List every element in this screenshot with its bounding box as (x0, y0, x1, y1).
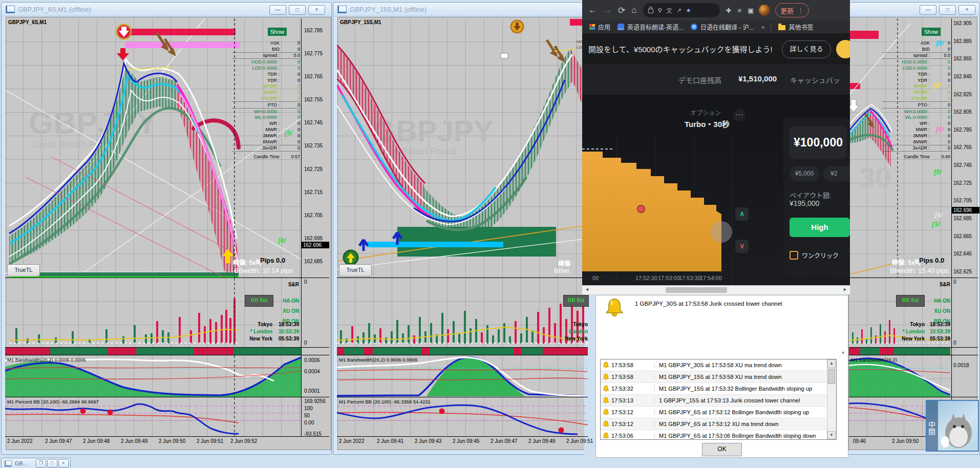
mini-maximize-button[interactable]: □ (47, 459, 57, 467)
alert-list[interactable]: 17:53:58 M1 GBPJPY_30S at 17:53:58 XU ma… (600, 359, 837, 440)
reload-icon[interactable]: ⟳ (618, 5, 625, 16)
alert-scroll-chevron[interactable]: ▾ (842, 350, 844, 355)
win1-ha-on: HA ON (246, 298, 299, 304)
alert-list-row[interactable]: 17:53:12 M1 GBPJPY_6S at 17:53:12 Bollin… (601, 407, 827, 418)
alert-list-row[interactable]: 17:53:12 M1 GBPJPY_6S at 17:53:12 XU ma … (601, 418, 827, 430)
playlist-icon[interactable]: ≡ (737, 7, 741, 14)
win2-main-chart[interactable]: GBPJPY Great Britain Pound (337, 18, 588, 278)
win1-show-button[interactable]: Show (268, 28, 287, 36)
win4-show-button[interactable]: Show (922, 28, 941, 36)
quick-amount-5000[interactable]: ¥5,000 (790, 166, 819, 181)
back-icon[interactable]: ← (588, 5, 597, 15)
info-row: WL:0.0000 :0 (232, 115, 300, 121)
banner-cta-button[interactable]: 詳しく見る (782, 40, 831, 58)
mini-close-button[interactable]: × (58, 459, 69, 467)
bookmark-apps[interactable]: 应用 (589, 23, 610, 31)
high-button[interactable]: High (790, 218, 850, 237)
sticker-caption: 中間 (927, 401, 938, 451)
chart-icon (337, 6, 347, 13)
option-label: オプション (690, 108, 721, 117)
win1-truetl-button[interactable]: TrueTL (7, 264, 40, 276)
win4-close-button[interactable]: × (958, 5, 975, 15)
win4-titlebar[interactable]: — □ × (845, 3, 979, 16)
support-bubble[interactable] (836, 40, 850, 58)
scroll-down-arrow[interactable]: ▼ (827, 431, 836, 439)
desktop: GBPJPY_6S,M1 (offline) — □ × GBPJPY_6S,M… (0, 0, 980, 468)
entry-marker (637, 205, 645, 212)
price-tick: 162.725 (953, 180, 978, 186)
win1-minimize-button[interactable]: — (269, 5, 286, 15)
win1-trend-strip (5, 348, 301, 355)
key-icon[interactable]: ⚲ (658, 7, 662, 14)
scroll-thumb[interactable] (828, 369, 835, 384)
amount-down-button[interactable]: ∨ (735, 240, 749, 253)
alert-list-scrollbar[interactable]: ▲ ▼ (827, 359, 836, 439)
other-bookmarks[interactable]: 其他书签 (778, 23, 813, 31)
quick-amount-2[interactable]: ¥2 (823, 166, 850, 181)
scroll-right-arrow[interactable]: ► (843, 287, 847, 292)
win1-close-button[interactable]: × (308, 5, 325, 15)
ok-button[interactable]: OK (702, 443, 742, 456)
alert-time: 17:53:12 (609, 421, 654, 427)
alert-list-row[interactable]: 17:53:58 M1 GBPJPY_30S at 17:53:58 XU ma… (601, 359, 827, 371)
forward-icon[interactable]: → (603, 5, 612, 15)
alert-bell-icon (605, 297, 624, 318)
bookmark-1[interactable]: 英语音标朗读-英语... (617, 23, 684, 31)
win4-london-time: 10:53:39 (927, 329, 950, 334)
bell-icon (603, 432, 609, 439)
trade-amount[interactable]: ¥100,000 (790, 126, 847, 159)
scroll-left-arrow[interactable]: ◄ (585, 287, 589, 292)
price-tick: 162.905 (953, 20, 978, 26)
minimized-window-title: GB... (15, 460, 35, 466)
win4-marker-7: [7/ (933, 82, 941, 90)
scroll-up-arrow[interactable]: ▲ (827, 359, 836, 368)
cashback-label: キャッシュバッ (790, 75, 849, 85)
info-row: BID0 (883, 46, 950, 53)
win4-restore-button[interactable]: □ (939, 5, 956, 15)
win4-marker-3: [3/ (932, 220, 940, 228)
win4-minimize-button[interactable]: — (920, 5, 936, 15)
win4-sr-label: S&R (897, 282, 950, 287)
info-row: WH:0.0000 :0 (883, 109, 950, 115)
option-menu-dots[interactable]: ⋯ (733, 109, 745, 121)
menu-dots-icon[interactable]: ⋮ (797, 7, 804, 14)
profile-avatar[interactable] (759, 5, 770, 16)
bookmarks-overflow-chevron[interactable]: » (761, 24, 765, 31)
scroll-thumb[interactable] (666, 287, 727, 293)
price-tick: 162.705 (304, 212, 329, 218)
alert-list-row[interactable]: 17:53:06 M1 GBPJPY_6S at 17:53:06 Bollin… (601, 430, 827, 440)
current-price-handle[interactable] (711, 221, 732, 243)
extensions-puzzle-icon[interactable]: ✚ (726, 7, 732, 14)
browser-horizontal-scrollbar[interactable]: ◄ ► (582, 285, 850, 294)
win2-truetl-button[interactable]: TrueTL (339, 264, 372, 276)
price-tick: 162.885 (953, 38, 978, 44)
alert-list-row[interactable]: 17:53:13 1 GBPJPY_15S at 17:53:13 Jurik … (601, 395, 827, 407)
price-area-chart[interactable] (582, 133, 778, 286)
mini-restore-button[interactable]: ❐ (36, 459, 46, 467)
win1-restore-button[interactable]: □ (289, 5, 306, 15)
account-bar: デモ口座残高 ¥1,510,000 キャッシュバッ (582, 65, 850, 95)
share-icon[interactable]: ↗ (677, 7, 681, 14)
minimized-window[interactable]: GB... ❐ □ × (1, 458, 71, 468)
alert-list-row[interactable]: 17:53:58 M1 GBPJPY_15S at 17:53:58 XU ma… (601, 371, 827, 383)
bookmark-2[interactable]: D日语在线翻译 - 沪... (691, 23, 754, 31)
price-tick: 162.715 (304, 189, 329, 195)
promo-banner: 開設をして、¥5000のキャッシュバックを獲得しよう! 詳しく見る (582, 33, 850, 65)
info-row: ASK0 (232, 40, 300, 46)
translate-icon[interactable]: 文 (667, 6, 672, 14)
update-button[interactable]: 更新 ⋮ (775, 3, 809, 17)
home-icon[interactable]: ⌂ (631, 5, 636, 15)
reading-list-icon[interactable]: ▣ (748, 7, 754, 14)
win1-london-label: * London (215, 329, 272, 334)
win1-tokyo-label: Tokyo (215, 322, 272, 327)
win1-pbb-scale-0: 169.9256 (304, 398, 326, 404)
address-bar[interactable]: ⚲ 文 ↗ ★ (643, 3, 720, 17)
win2-titlebar[interactable]: GBPJPY_15S,M1 (offline) (333, 3, 584, 16)
win1-titlebar[interactable]: GBPJPY_6S,M1 (offline) — □ × (2, 3, 331, 16)
amount-up-button[interactable]: ∧ (735, 207, 749, 221)
price-tick: 162.805 (953, 109, 978, 115)
alert-list-row[interactable]: 17:53:32 M1 GBPJPY_15S at 17:53:32 Bolli… (601, 383, 827, 395)
bookmark-star-icon[interactable]: ★ (686, 7, 691, 14)
oneclick-row[interactable]: ワンクリック (790, 251, 839, 260)
win4-marker-8: [8/ (936, 39, 944, 47)
